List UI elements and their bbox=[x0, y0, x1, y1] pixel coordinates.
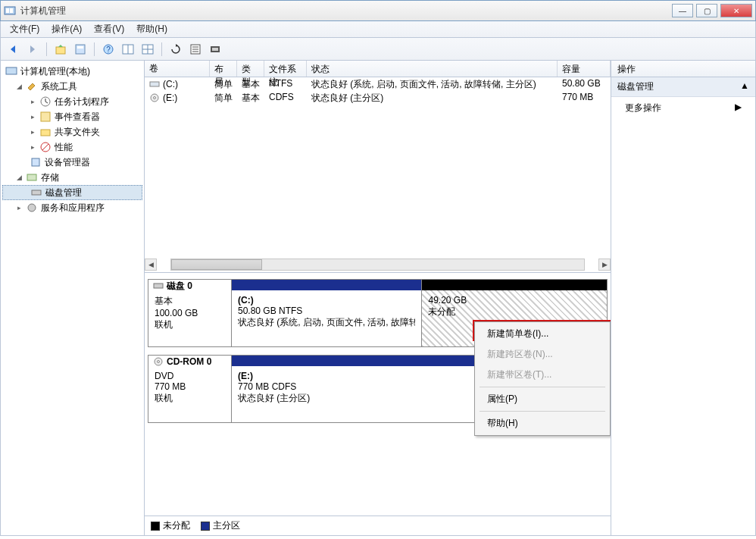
services-icon bbox=[26, 202, 38, 214]
ctx-new-striped-volume: 新建带区卷(T)... bbox=[476, 365, 608, 385]
ctx-help[interactable]: 帮助(H) bbox=[476, 413, 608, 434]
tree-storage[interactable]: ◢ 存储 bbox=[2, 170, 142, 185]
disk-graphic-area: 磁盘 0 基本 100.00 GB 联机 (C:) 50.80 GB NTFS … bbox=[145, 273, 611, 515]
scroll-thumb[interactable] bbox=[171, 259, 262, 270]
tree-shared-folders[interactable]: ▸ 共享文件夹 bbox=[2, 124, 142, 139]
svg-rect-18 bbox=[212, 48, 218, 51]
disk-size: 770 MB bbox=[155, 381, 225, 392]
scroll-right-icon[interactable]: ▶ bbox=[598, 259, 611, 271]
up-icon[interactable] bbox=[53, 42, 68, 57]
ctx-properties[interactable]: 属性(P) bbox=[476, 389, 608, 409]
tree-device-manager[interactable]: 设备管理器 bbox=[2, 155, 142, 170]
properties-icon[interactable] bbox=[73, 42, 88, 57]
menu-file[interactable]: 文件(F) bbox=[4, 21, 45, 37]
tree-panel: 计算机管理(本地) ◢ 系统工具 ▸ 任务计划程序 ▸ 事件查看器 ▸ 共享文件… bbox=[1, 61, 145, 535]
ctx-separator bbox=[480, 387, 605, 387]
svg-text:?: ? bbox=[106, 45, 111, 54]
menu-help[interactable]: 帮助(H) bbox=[130, 21, 173, 37]
partition[interactable]: (C:) 50.80 GB NTFS 状态良好 (系统, 启动, 页面文件, 活… bbox=[232, 280, 422, 346]
chevron-up-icon: ▲ bbox=[740, 80, 749, 93]
app-icon bbox=[4, 5, 16, 17]
actions-diskmgmt[interactable]: 磁盘管理 ▲ bbox=[611, 77, 755, 97]
tree-label: 磁盘管理 bbox=[45, 186, 82, 199]
expander-icon[interactable]: ▸ bbox=[30, 98, 36, 105]
tree-event-viewer[interactable]: ▸ 事件查看器 bbox=[2, 109, 142, 124]
tree-sys-tools[interactable]: ◢ 系统工具 bbox=[2, 79, 142, 94]
expander-icon[interactable]: ▸ bbox=[30, 113, 36, 121]
expander-icon[interactable]: ▸ bbox=[30, 128, 36, 136]
window-buttons: — ▢ ✕ bbox=[672, 4, 752, 17]
tree-services[interactable]: ▸ 服务和应用程序 bbox=[2, 200, 142, 215]
menu-view[interactable]: 查看(V) bbox=[88, 21, 130, 37]
svg-rect-4 bbox=[76, 45, 85, 54]
hscrollbar[interactable]: ◀ ▶ bbox=[145, 257, 611, 272]
tree-disk-mgmt[interactable]: 磁盘管理 bbox=[2, 185, 142, 200]
window-title: 计算机管理 bbox=[20, 5, 672, 17]
cell: 50.80 GB bbox=[558, 77, 611, 91]
volume-header: 卷 布局 类型 文件系统 状态 容量 bbox=[145, 61, 611, 77]
cell: (C:) bbox=[163, 79, 178, 89]
tools-icon bbox=[26, 80, 38, 92]
cd-icon bbox=[153, 356, 164, 367]
svg-rect-29 bbox=[150, 82, 159, 86]
svg-rect-32 bbox=[154, 284, 163, 288]
close-button[interactable]: ✕ bbox=[720, 4, 752, 17]
disk-kind: 基本 bbox=[155, 295, 225, 308]
clock-icon bbox=[39, 96, 52, 108]
col-status[interactable]: 状态 bbox=[307, 61, 558, 77]
tree-label: 任务计划程序 bbox=[55, 96, 109, 108]
disk-icon bbox=[153, 280, 164, 291]
disk-state: 联机 bbox=[155, 392, 225, 405]
refresh-icon[interactable] bbox=[168, 42, 183, 57]
svg-rect-25 bbox=[32, 158, 39, 166]
partition-status: 未分配 bbox=[428, 306, 601, 318]
tree-label: 服务和应用程序 bbox=[41, 202, 105, 215]
help-icon[interactable]: ? bbox=[101, 42, 116, 57]
device-icon bbox=[30, 156, 42, 168]
table-row[interactable]: (E:) 简单 基本 CDFS 状态良好 (主分区) 770 MB bbox=[145, 91, 611, 105]
disk-kind: DVD bbox=[155, 371, 225, 381]
legend-unallocated: 未分配 bbox=[151, 519, 190, 532]
ctx-new-spanned-volume: 新建跨区卷(N)... bbox=[476, 344, 608, 365]
menu-action[interactable]: 操作(A) bbox=[45, 21, 88, 37]
svg-rect-22 bbox=[41, 130, 50, 136]
scroll-left-icon[interactable]: ◀ bbox=[145, 259, 157, 271]
view-split-icon[interactable] bbox=[120, 42, 136, 57]
expander-icon[interactable]: ◢ bbox=[16, 83, 23, 90]
col-layout[interactable]: 布局 bbox=[210, 61, 237, 77]
tree-performance[interactable]: ▸ 性能 bbox=[2, 139, 142, 155]
svg-point-34 bbox=[158, 361, 160, 363]
tree-task-scheduler[interactable]: ▸ 任务计划程序 bbox=[2, 94, 142, 109]
actions-label: 更多操作 bbox=[625, 102, 661, 114]
scroll-track[interactable] bbox=[170, 259, 585, 271]
svg-rect-2 bbox=[10, 8, 13, 13]
maximize-button[interactable]: ▢ bbox=[696, 4, 717, 17]
disk-size: 100.00 GB bbox=[155, 308, 225, 318]
list-icon[interactable] bbox=[188, 42, 203, 57]
disk-title: CD-ROM 0 bbox=[167, 356, 211, 367]
actions-more[interactable]: 更多操作 ▶ bbox=[611, 97, 755, 119]
tree-root[interactable]: 计算机管理(本地) bbox=[2, 64, 142, 79]
action-icon[interactable] bbox=[208, 42, 223, 57]
expander-icon[interactable]: ▸ bbox=[16, 204, 23, 212]
expander-icon[interactable]: ◢ bbox=[16, 174, 23, 181]
col-fs[interactable]: 文件系统 bbox=[264, 61, 307, 77]
view-grid-icon[interactable] bbox=[140, 42, 155, 57]
forward-button[interactable] bbox=[25, 42, 40, 57]
toolbar-sep2 bbox=[94, 42, 95, 56]
folder-icon bbox=[39, 126, 52, 138]
svg-point-31 bbox=[154, 97, 156, 99]
ctx-new-simple-volume[interactable]: 新建简单卷(I)... bbox=[476, 324, 608, 344]
disk-state: 联机 bbox=[155, 318, 225, 331]
tree-label: 计算机管理(本地) bbox=[20, 65, 90, 78]
tree-label: 性能 bbox=[55, 141, 73, 154]
table-row[interactable]: (C:) 简单 基本 NTFS 状态良好 (系统, 启动, 页面文件, 活动, … bbox=[145, 77, 611, 91]
actions-header: 操作 bbox=[611, 61, 755, 77]
col-capacity[interactable]: 容量 bbox=[558, 61, 611, 77]
minimize-button[interactable]: — bbox=[672, 4, 693, 17]
performance-icon bbox=[39, 141, 52, 153]
expander-icon[interactable]: ▸ bbox=[30, 143, 36, 151]
col-volume[interactable]: 卷 bbox=[145, 61, 210, 77]
back-button[interactable] bbox=[5, 42, 20, 57]
col-type[interactable]: 类型 bbox=[237, 61, 264, 77]
